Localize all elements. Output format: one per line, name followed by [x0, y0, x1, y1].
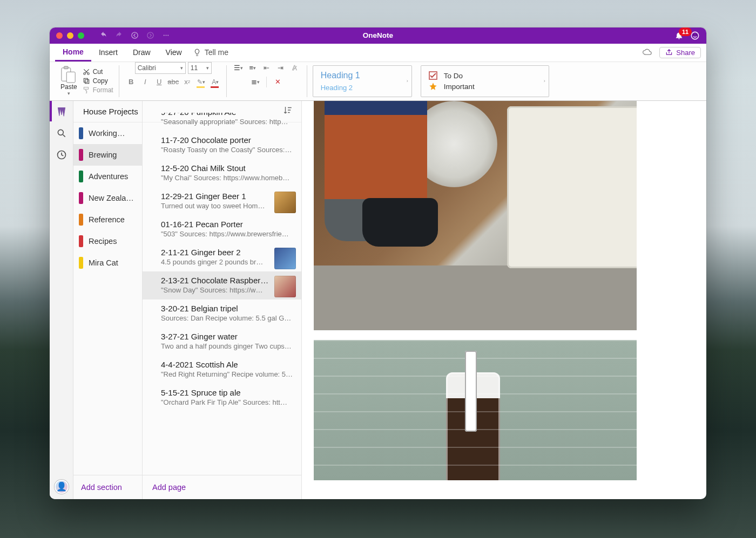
tell-me-search[interactable]: Tell me — [193, 48, 228, 57]
font-size-select[interactable]: 11▾ — [188, 62, 212, 74]
section-label: Brewing — [89, 151, 117, 159]
section-item[interactable]: Mira Cat — [73, 252, 142, 274]
page-preview: "Orchard Park Fir Tip Ale" Sources: htt… — [161, 398, 294, 406]
font-family-select[interactable]: Calibri▾ — [135, 62, 186, 74]
page-title: 12-29-21 Ginger Beer 1 — [161, 192, 270, 201]
section-item[interactable]: Brewing — [73, 144, 142, 166]
tab-draw[interactable]: Draw — [125, 43, 158, 62]
page-preview: "Red Right Returning" Recipe volume: 5… — [161, 370, 294, 378]
tab-insert[interactable]: Insert — [91, 43, 125, 62]
style-heading2[interactable]: Heading 2 — [321, 84, 404, 92]
cut-button[interactable]: Cut — [83, 68, 113, 76]
add-section-button[interactable]: Add section — [73, 475, 142, 499]
notifications-icon[interactable]: 11 — [674, 31, 684, 40]
page-item[interactable]: 5-15-21 Spruce tip ale"Orchard Park Fir … — [143, 384, 301, 412]
chevron-down-icon: ▾ — [68, 91, 70, 96]
chevron-right-icon: › — [544, 78, 545, 84]
bold-button[interactable]: B — [125, 76, 138, 88]
tab-view[interactable]: View — [158, 43, 190, 62]
page-item[interactable]: 2-13-21 Chocolate Raspber…"Snow Day" Sou… — [143, 271, 301, 299]
tag-important[interactable]: Important — [421, 81, 549, 92]
clear-formatting-button[interactable]: A̷ — [288, 62, 301, 74]
page-title: 01-16-21 Pecan Porter — [161, 220, 294, 229]
bulleted-list-button[interactable]: ☰▾ — [232, 62, 245, 74]
close-window-button[interactable] — [56, 32, 63, 39]
underline-button[interactable]: U — [153, 76, 166, 88]
alignment-button[interactable]: ≣ ▾ — [249, 76, 262, 88]
notebook-name: House Projects — [83, 107, 138, 116]
app-window: OneNote 11 Home Insert Draw View Tell me… — [50, 28, 706, 499]
section-color-tab — [79, 171, 83, 182]
add-page-button[interactable]: Add page — [143, 475, 301, 499]
page-item[interactable]: 3-20-21 Belgian tripelSources: Dan Recip… — [143, 299, 301, 328]
embedded-photo-hydrometer[interactable] — [314, 340, 637, 480]
section-item[interactable]: Adventures — [73, 166, 142, 187]
section-label: Reference — [89, 215, 125, 224]
search-icon[interactable] — [56, 128, 67, 139]
main-body: 👤 House Projects ▾ Working…BrewingAdvent… — [50, 101, 706, 499]
page-item[interactable]: 2-11-21 Ginger beer 24.5 pounds ginger 2… — [143, 243, 301, 271]
redo-icon[interactable] — [115, 31, 123, 39]
page-title: 2-11-21 Ginger beer 2 — [161, 248, 270, 257]
tab-home[interactable]: Home — [55, 43, 91, 62]
nav-forward-icon[interactable] — [146, 31, 154, 39]
tags-gallery[interactable]: To Do Important › — [421, 65, 549, 97]
page-preview: Turned out way too sweet Hom… — [161, 202, 270, 210]
note-canvas[interactable] — [302, 101, 706, 499]
format-painter-button[interactable]: Format — [83, 86, 113, 94]
more-icon[interactable] — [162, 31, 170, 39]
minimize-window-button[interactable] — [67, 32, 73, 39]
section-item[interactable]: Reference — [73, 209, 142, 230]
page-item[interactable]: 11-7-20 Chocolate porter"Roasty Toasty o… — [143, 131, 301, 159]
page-thumbnail — [274, 192, 296, 213]
page-item[interactable]: 9-27-20 Pumpkin Ale"Seasonally appropria… — [143, 113, 301, 131]
copy-button[interactable]: Copy — [83, 77, 113, 85]
embedded-photo-brewing[interactable] — [314, 101, 637, 330]
notebooks-icon[interactable] — [56, 106, 67, 117]
pages-panel: 9-27-20 Pumpkin Ale"Seasonally appropria… — [143, 101, 302, 499]
notification-count-badge: 11 — [679, 28, 692, 36]
section-color-tab — [79, 149, 83, 161]
account-avatar[interactable]: 👤 — [55, 480, 69, 494]
page-item[interactable]: 4-4-2021 Scottish Ale"Red Right Returnin… — [143, 356, 301, 384]
style-heading1[interactable]: Heading 1 — [321, 71, 404, 80]
highlight-color-button[interactable]: ✎▾ — [195, 76, 208, 88]
delete-button[interactable]: ✕ — [271, 76, 284, 88]
nav-back-icon[interactable] — [131, 31, 139, 39]
title-bar: OneNote 11 — [50, 28, 706, 44]
strikethrough-button[interactable]: abc — [167, 76, 180, 88]
page-title: 4-4-2021 Scottish Ale — [161, 360, 294, 369]
sync-status-icon[interactable] — [642, 47, 653, 58]
svg-point-1 — [147, 32, 153, 38]
page-item[interactable]: 3-27-21 Ginger waterTwo and a half pound… — [143, 328, 301, 356]
section-item[interactable]: Recipes — [73, 230, 142, 252]
section-item[interactable]: New Zeala… — [73, 187, 142, 209]
svg-point-5 — [691, 32, 699, 39]
increase-indent-button[interactable]: ⇥ — [274, 62, 287, 74]
page-title: 5-15-21 Spruce tip ale — [161, 388, 294, 397]
page-preview: Sources: Dan Recipe volume: 5.5 gal G… — [161, 314, 294, 322]
subscript-button[interactable]: x2 — [181, 76, 194, 88]
page-preview: 4.5 pounds ginger 2 pounds br… — [161, 258, 270, 266]
recent-icon[interactable] — [56, 149, 67, 160]
undo-icon[interactable] — [99, 31, 107, 39]
styles-gallery[interactable]: Heading 1 Heading 2 › — [313, 65, 412, 97]
page-item[interactable]: 12-5-20 Chai Milk Stout"My Chai" Sources… — [143, 159, 301, 187]
notebook-picker[interactable]: House Projects ▾ — [73, 101, 142, 122]
page-preview: Two and a half pounds ginger Two cups… — [161, 342, 294, 350]
decrease-indent-button[interactable]: ⇤ — [260, 62, 273, 74]
font-color-button[interactable]: A▾ — [209, 76, 222, 88]
section-item[interactable]: Working… — [73, 122, 142, 144]
tag-todo[interactable]: To Do — [421, 70, 549, 81]
page-item[interactable]: 12-29-21 Ginger Beer 1Turned out way too… — [143, 187, 301, 215]
page-title: 2-13-21 Chocolate Raspber… — [161, 276, 270, 285]
paste-button[interactable]: Paste ▾ — [58, 65, 79, 97]
section-label: Recipes — [89, 237, 117, 246]
page-preview: "My Chai" Sources: https://www.homeb… — [161, 174, 294, 182]
share-button[interactable]: Share — [659, 47, 701, 58]
numbered-list-button[interactable]: ≡▾ — [246, 62, 259, 74]
zoom-window-button[interactable] — [78, 32, 84, 39]
ribbon-tabs: Home Insert Draw View Tell me Share — [50, 44, 706, 62]
italic-button[interactable]: I — [139, 76, 152, 88]
page-item[interactable]: 01-16-21 Pecan Porter"503" Sources: http… — [143, 215, 301, 243]
